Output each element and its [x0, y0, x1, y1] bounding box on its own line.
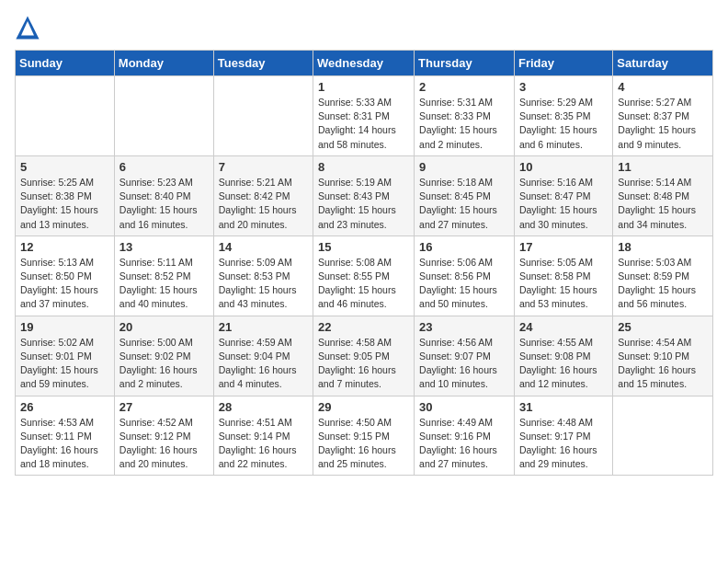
day-info: Sunrise: 5:09 AM Sunset: 8:53 PM Dayligh… [219, 256, 308, 312]
day-info: Sunrise: 4:51 AM Sunset: 9:14 PM Dayligh… [219, 416, 308, 472]
day-number: 30 [419, 400, 509, 414]
calendar-cell: 1Sunrise: 5:33 AM Sunset: 8:31 PM Daylig… [313, 76, 415, 156]
day-number: 23 [419, 320, 509, 334]
day-info: Sunrise: 5:06 AM Sunset: 8:56 PM Dayligh… [419, 256, 509, 312]
calendar-week-row: 12Sunrise: 5:13 AM Sunset: 8:50 PM Dayli… [16, 236, 713, 316]
day-info: Sunrise: 5:21 AM Sunset: 8:42 PM Dayligh… [219, 176, 308, 232]
calendar-cell [213, 76, 313, 156]
calendar-cell: 6Sunrise: 5:23 AM Sunset: 8:40 PM Daylig… [114, 155, 213, 236]
day-info: Sunrise: 5:18 AM Sunset: 8:45 PM Dayligh… [419, 176, 509, 232]
day-number: 2 [419, 80, 509, 94]
calendar-cell: 27Sunrise: 4:52 AM Sunset: 9:12 PM Dayli… [114, 396, 213, 476]
day-number: 17 [519, 240, 608, 254]
day-info: Sunrise: 5:05 AM Sunset: 8:58 PM Dayligh… [519, 256, 608, 312]
calendar-cell [114, 76, 213, 156]
day-info: Sunrise: 4:55 AM Sunset: 9:08 PM Dayligh… [519, 336, 608, 392]
calendar-header-sunday: Sunday [16, 51, 115, 76]
day-number: 20 [119, 320, 209, 334]
day-number: 31 [519, 400, 608, 414]
day-number: 26 [20, 400, 109, 414]
calendar-cell: 23Sunrise: 4:56 AM Sunset: 9:07 PM Dayli… [415, 316, 515, 396]
calendar-cell: 26Sunrise: 4:53 AM Sunset: 9:11 PM Dayli… [16, 396, 115, 476]
calendar-cell: 12Sunrise: 5:13 AM Sunset: 8:50 PM Dayli… [16, 236, 115, 316]
day-number: 13 [119, 240, 209, 254]
day-number: 6 [119, 160, 209, 174]
calendar-cell: 22Sunrise: 4:58 AM Sunset: 9:05 PM Dayli… [313, 316, 415, 396]
day-info: Sunrise: 4:48 AM Sunset: 9:17 PM Dayligh… [519, 416, 608, 472]
day-info: Sunrise: 5:03 AM Sunset: 8:59 PM Dayligh… [618, 256, 708, 312]
calendar-cell: 31Sunrise: 4:48 AM Sunset: 9:17 PM Dayli… [514, 396, 612, 476]
calendar-cell: 20Sunrise: 5:00 AM Sunset: 9:02 PM Dayli… [114, 316, 213, 396]
day-info: Sunrise: 5:27 AM Sunset: 8:37 PM Dayligh… [618, 96, 708, 152]
day-number: 12 [20, 240, 109, 254]
calendar-cell: 18Sunrise: 5:03 AM Sunset: 8:59 PM Dayli… [613, 236, 713, 316]
day-number: 18 [618, 240, 708, 254]
calendar-week-row: 19Sunrise: 5:02 AM Sunset: 9:01 PM Dayli… [16, 316, 713, 396]
logo [15, 15, 44, 40]
day-info: Sunrise: 4:54 AM Sunset: 9:10 PM Dayligh… [618, 336, 708, 392]
day-number: 21 [219, 320, 308, 334]
calendar-cell: 7Sunrise: 5:21 AM Sunset: 8:42 PM Daylig… [213, 155, 313, 236]
day-info: Sunrise: 4:58 AM Sunset: 9:05 PM Dayligh… [318, 336, 409, 392]
day-number: 19 [20, 320, 109, 334]
day-info: Sunrise: 5:14 AM Sunset: 8:48 PM Dayligh… [618, 176, 708, 232]
calendar-header-monday: Monday [114, 51, 213, 76]
day-number: 4 [618, 80, 708, 94]
day-info: Sunrise: 4:56 AM Sunset: 9:07 PM Dayligh… [419, 336, 509, 392]
calendar-cell: 13Sunrise: 5:11 AM Sunset: 8:52 PM Dayli… [114, 236, 213, 316]
calendar-cell: 3Sunrise: 5:29 AM Sunset: 8:35 PM Daylig… [514, 76, 612, 156]
day-info: Sunrise: 4:52 AM Sunset: 9:12 PM Dayligh… [119, 416, 209, 472]
calendar-cell: 15Sunrise: 5:08 AM Sunset: 8:55 PM Dayli… [313, 236, 415, 316]
calendar-cell: 5Sunrise: 5:25 AM Sunset: 8:38 PM Daylig… [16, 155, 115, 236]
logo-icon [15, 15, 40, 40]
day-number: 24 [519, 320, 608, 334]
calendar-header-saturday: Saturday [613, 51, 713, 76]
calendar-cell: 28Sunrise: 4:51 AM Sunset: 9:14 PM Dayli… [213, 396, 313, 476]
day-info: Sunrise: 5:33 AM Sunset: 8:31 PM Dayligh… [318, 96, 409, 152]
calendar-cell [613, 396, 713, 476]
day-info: Sunrise: 5:25 AM Sunset: 8:38 PM Dayligh… [20, 176, 109, 232]
calendar-cell: 11Sunrise: 5:14 AM Sunset: 8:48 PM Dayli… [613, 155, 713, 236]
calendar-cell: 25Sunrise: 4:54 AM Sunset: 9:10 PM Dayli… [613, 316, 713, 396]
day-info: Sunrise: 5:02 AM Sunset: 9:01 PM Dayligh… [20, 336, 109, 392]
calendar-cell: 14Sunrise: 5:09 AM Sunset: 8:53 PM Dayli… [213, 236, 313, 316]
page-header [15, 15, 713, 40]
calendar-header-row: SundayMondayTuesdayWednesdayThursdayFrid… [16, 51, 713, 76]
day-number: 7 [219, 160, 308, 174]
day-info: Sunrise: 5:19 AM Sunset: 8:43 PM Dayligh… [318, 176, 409, 232]
calendar-week-row: 26Sunrise: 4:53 AM Sunset: 9:11 PM Dayli… [16, 396, 713, 476]
day-number: 28 [219, 400, 308, 414]
day-number: 11 [618, 160, 708, 174]
day-number: 1 [318, 80, 409, 94]
day-number: 10 [519, 160, 608, 174]
calendar-cell: 9Sunrise: 5:18 AM Sunset: 8:45 PM Daylig… [415, 155, 515, 236]
calendar-week-row: 1Sunrise: 5:33 AM Sunset: 8:31 PM Daylig… [16, 76, 713, 156]
day-info: Sunrise: 5:31 AM Sunset: 8:33 PM Dayligh… [419, 96, 509, 152]
calendar-header-thursday: Thursday [415, 51, 515, 76]
day-info: Sunrise: 5:00 AM Sunset: 9:02 PM Dayligh… [119, 336, 209, 392]
calendar-header-tuesday: Tuesday [213, 51, 313, 76]
day-number: 9 [419, 160, 509, 174]
calendar-cell: 29Sunrise: 4:50 AM Sunset: 9:15 PM Dayli… [313, 396, 415, 476]
day-number: 3 [519, 80, 608, 94]
day-number: 29 [318, 400, 409, 414]
day-number: 25 [618, 320, 708, 334]
calendar-cell: 8Sunrise: 5:19 AM Sunset: 8:43 PM Daylig… [313, 155, 415, 236]
day-info: Sunrise: 4:49 AM Sunset: 9:16 PM Dayligh… [419, 416, 509, 472]
calendar-week-row: 5Sunrise: 5:25 AM Sunset: 8:38 PM Daylig… [16, 155, 713, 236]
day-info: Sunrise: 5:11 AM Sunset: 8:52 PM Dayligh… [119, 256, 209, 312]
day-info: Sunrise: 4:50 AM Sunset: 9:15 PM Dayligh… [318, 416, 409, 472]
day-info: Sunrise: 5:29 AM Sunset: 8:35 PM Dayligh… [519, 96, 608, 152]
day-number: 16 [419, 240, 509, 254]
calendar-header-wednesday: Wednesday [313, 51, 415, 76]
day-number: 15 [318, 240, 409, 254]
calendar-cell [16, 76, 115, 156]
calendar-header-friday: Friday [514, 51, 612, 76]
day-info: Sunrise: 5:16 AM Sunset: 8:47 PM Dayligh… [519, 176, 608, 232]
day-info: Sunrise: 5:23 AM Sunset: 8:40 PM Dayligh… [119, 176, 209, 232]
calendar-cell: 30Sunrise: 4:49 AM Sunset: 9:16 PM Dayli… [415, 396, 515, 476]
calendar-cell: 21Sunrise: 4:59 AM Sunset: 9:04 PM Dayli… [213, 316, 313, 396]
day-number: 8 [318, 160, 409, 174]
day-info: Sunrise: 4:59 AM Sunset: 9:04 PM Dayligh… [219, 336, 308, 392]
day-number: 14 [219, 240, 308, 254]
